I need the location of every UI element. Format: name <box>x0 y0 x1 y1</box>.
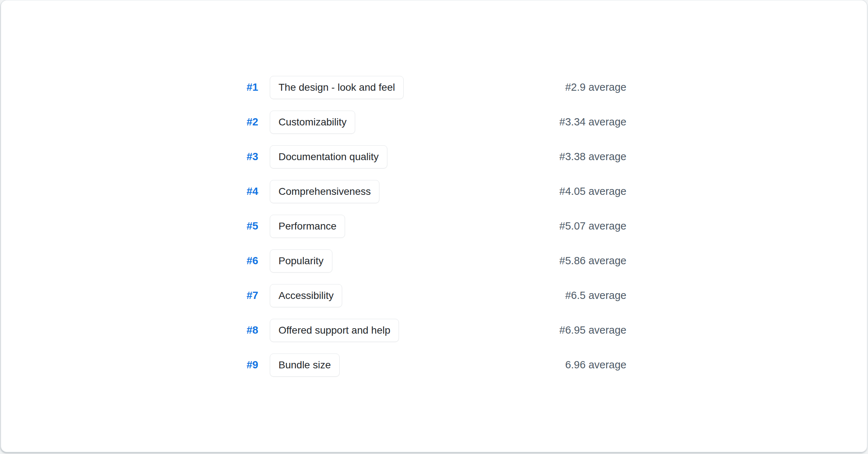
option-label: Performance <box>278 220 336 232</box>
rank-number: #4 <box>242 185 258 197</box>
option-chip: Comprehensiveness <box>270 180 379 203</box>
ranking-row: #6 Popularity #5.86 average <box>242 249 626 273</box>
rank-number: #2 <box>242 116 258 128</box>
option-chip: Customizability <box>270 111 355 134</box>
option-label: Offered support and help <box>278 325 390 336</box>
average-value: #5.86 average <box>559 255 626 267</box>
ranking-row: #5 Performance #5.07 average <box>242 215 626 238</box>
option-label: Documentation quality <box>278 151 379 163</box>
option-chip: Accessibility <box>270 284 342 307</box>
ranking-row: #4 Comprehensiveness #4.05 average <box>242 180 626 203</box>
ranking-list: #1 The design - look and feel #2.9 avera… <box>242 76 626 377</box>
average-value: #3.38 average <box>559 151 626 163</box>
option-label: Accessibility <box>278 290 333 301</box>
option-label: The design - look and feel <box>278 82 395 93</box>
option-label: Popularity <box>278 255 324 267</box>
option-chip: Documentation quality <box>270 145 387 168</box>
average-value: #6.95 average <box>559 324 626 336</box>
option-label: Customizability <box>278 116 346 128</box>
ranking-row: #3 Documentation quality #3.38 average <box>242 145 626 168</box>
option-label: Bundle size <box>278 359 331 371</box>
ranking-row: #7 Accessibility #6.5 average <box>242 284 626 307</box>
average-value: 6.96 average <box>565 359 626 371</box>
rank-number: #6 <box>242 255 258 267</box>
option-chip: Popularity <box>270 249 332 273</box>
option-chip: Offered support and help <box>270 319 399 342</box>
average-value: #6.5 average <box>565 290 626 301</box>
ranking-row: #8 Offered support and help #6.95 averag… <box>242 319 626 342</box>
average-value: #4.05 average <box>559 185 626 197</box>
option-chip: Bundle size <box>270 354 340 377</box>
results-card: #1 The design - look and feel #2.9 avera… <box>1 0 867 452</box>
rank-number: #3 <box>242 151 258 163</box>
average-value: #5.07 average <box>559 220 626 232</box>
ranking-row: #1 The design - look and feel #2.9 avera… <box>242 76 626 99</box>
rank-number: #9 <box>242 359 258 371</box>
rank-number: #1 <box>242 81 258 93</box>
rank-number: #8 <box>242 324 258 336</box>
rank-number: #7 <box>242 290 258 301</box>
rank-number: #5 <box>242 220 258 232</box>
option-chip: Performance <box>270 215 345 238</box>
average-value: #2.9 average <box>565 81 626 93</box>
ranking-row: #9 Bundle size 6.96 average <box>242 354 626 377</box>
average-value: #3.34 average <box>559 116 626 128</box>
option-chip: The design - look and feel <box>270 76 404 99</box>
ranking-row: #2 Customizability #3.34 average <box>242 111 626 134</box>
option-label: Comprehensiveness <box>278 186 371 197</box>
